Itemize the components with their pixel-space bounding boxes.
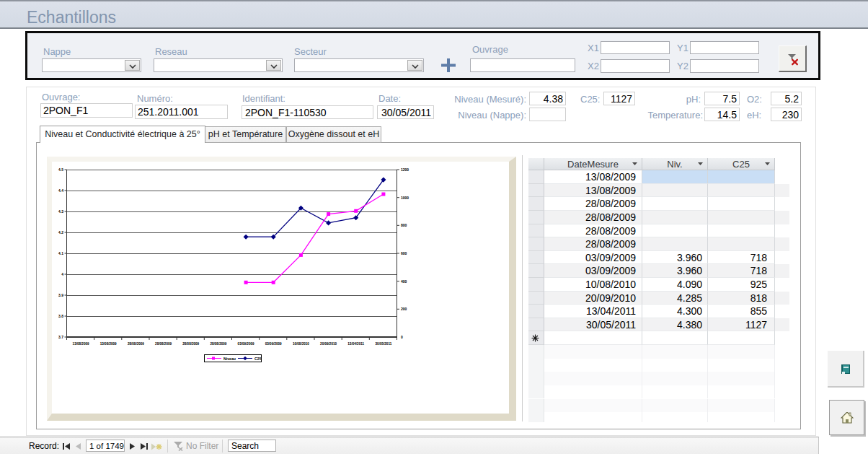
svg-text:3.8: 3.8 xyxy=(58,314,63,318)
svg-text:3.9: 3.9 xyxy=(58,293,63,297)
svg-text:3.7: 3.7 xyxy=(58,335,63,339)
svg-text:13/08/2009: 13/08/2009 xyxy=(73,342,89,346)
svg-text:600: 600 xyxy=(401,251,407,255)
svg-text:28/08/2009: 28/08/2009 xyxy=(210,342,226,346)
svg-text:03/09/2009: 03/09/2009 xyxy=(238,342,254,346)
svg-text:20/09/2010: 20/09/2010 xyxy=(320,342,337,346)
svg-text:4.1: 4.1 xyxy=(58,251,63,255)
svg-text:28/08/2009: 28/08/2009 xyxy=(182,342,199,346)
svg-text:C25: C25 xyxy=(254,357,262,361)
svg-text:4.5: 4.5 xyxy=(58,167,63,172)
svg-text:4.3: 4.3 xyxy=(58,209,63,214)
svg-text:1000: 1000 xyxy=(401,196,409,200)
svg-text:400: 400 xyxy=(401,279,407,284)
svg-text:4.4: 4.4 xyxy=(58,188,63,193)
svg-text:13/04/2011: 13/04/2011 xyxy=(347,342,364,346)
svg-text:03/09/2009: 03/09/2009 xyxy=(265,342,282,346)
svg-text:13/08/2009: 13/08/2009 xyxy=(100,342,117,346)
svg-text:4: 4 xyxy=(61,272,63,276)
svg-text:4.2: 4.2 xyxy=(58,230,63,235)
svg-text:10/08/2010: 10/08/2010 xyxy=(293,342,309,346)
svg-text:28/08/2009: 28/08/2009 xyxy=(128,342,144,346)
svg-text:200: 200 xyxy=(401,307,407,311)
svg-text:0: 0 xyxy=(401,335,403,339)
svg-text:28/08/2009: 28/08/2009 xyxy=(155,342,172,346)
svg-text:1200: 1200 xyxy=(401,167,409,172)
svg-text:Niveau: Niveau xyxy=(223,357,236,361)
svg-text:30/05/2011: 30/05/2011 xyxy=(376,342,392,346)
svg-text:800: 800 xyxy=(401,223,407,227)
